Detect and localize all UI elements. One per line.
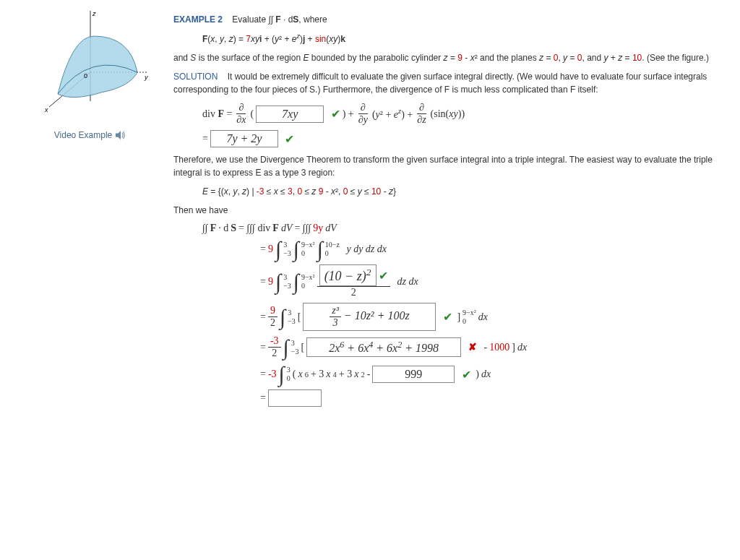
step-1: = 9 ∫3−3 ∫9−x²0 ∫10−z0 y dy dz dx: [260, 238, 726, 260]
example-prompt: EXAMPLE 2 Evaluate ∫∫ F · dS, where: [173, 13, 726, 26]
svg-text:x: x: [44, 106, 48, 113]
integral-header: ∫∫ F · dS = ∫∫∫ div F dV = ∫∫∫ 9y dV: [202, 223, 726, 234]
step3-input[interactable]: z³3 − 10z² + 100z: [303, 303, 436, 331]
step-2: = 9 ∫3−3 ∫9−x²0 (10 − z)2 ✔ 2 dz dx: [260, 264, 726, 298]
check-icon: ✔: [285, 132, 294, 146]
final-input[interactable]: [268, 389, 322, 407]
speaker-icon: [115, 130, 126, 140]
example-label: EXAMPLE 2: [173, 14, 223, 25]
surface-description: and S is the surface of the region E bou…: [173, 51, 726, 64]
div-input-2[interactable]: 7y + 2y: [210, 130, 278, 147]
step2-input[interactable]: (10 − z)2: [319, 264, 377, 286]
step-final: =: [260, 389, 726, 407]
step-4: = -32 ∫3−3 [ 2x6 + 6x4 + 6x2 + 1998 ✘ - …: [260, 335, 726, 359]
step-3: = 92 ∫3−3 [ z³3 − 10z² + 100z ✔ ]9−x²0 d…: [260, 303, 726, 331]
svg-text:y: y: [144, 74, 148, 81]
solution-paragraph: SOLUTION It would be extremely difficult…: [173, 70, 726, 96]
cross-icon: ✘: [468, 341, 477, 353]
step-5: = -3 ∫30 (x6 + 3x4 + 3x2 - 999 ✔ ) dx: [260, 363, 726, 385]
div-input-1[interactable]: 7xy: [256, 105, 324, 123]
prompt-text: Evaluate ∫∫ F · dS, where: [232, 14, 327, 25]
step4-input[interactable]: 2x6 + 6x4 + 6x2 + 1998: [306, 337, 461, 357]
check-icon: ✔: [462, 368, 471, 382]
svg-text:0: 0: [84, 72, 87, 79]
video-example-link[interactable]: Video Example: [54, 130, 127, 140]
check-icon: ✔: [331, 107, 340, 121]
therefore-text: Therefore, we use the Divergence Theorem…: [173, 153, 726, 179]
check-icon: ✔: [379, 270, 388, 282]
vector-field: F(x, y, z) = 7xyi + (y² + ez)j + sin(xy)…: [202, 32, 726, 46]
check-icon: ✔: [443, 310, 452, 324]
div-line-1: div F = ∂∂x ( 7xy ✔ ) + ∂∂y (y² + ez) + …: [202, 102, 726, 126]
svg-text:z: z: [92, 10, 96, 17]
div-line-2: = 7y + 2y ✔: [202, 130, 726, 147]
then-we-have: Then we have: [173, 204, 726, 217]
svg-marker-7: [116, 131, 121, 139]
region-definition: E = {(x, y, z) | -3 ≤ x ≤ 3, 0 ≤ z 9 - x…: [202, 185, 726, 198]
video-example-label: Video Example: [54, 130, 113, 140]
region-figure: z y x 0: [29, 7, 152, 116]
step5-input[interactable]: 999: [372, 366, 455, 383]
